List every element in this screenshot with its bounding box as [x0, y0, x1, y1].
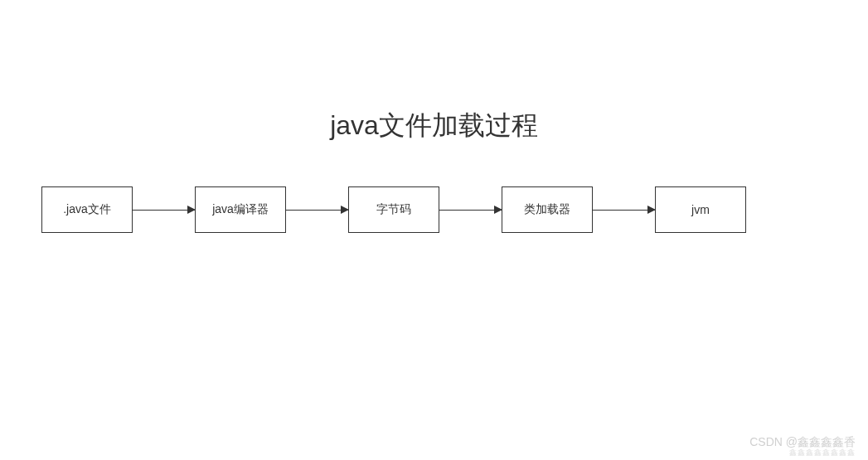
box-java-file: .java文件 [41, 186, 133, 233]
diagram-title: java文件加载过程 [330, 108, 538, 144]
arrow-icon [286, 210, 348, 211]
arrow-icon [593, 210, 655, 211]
box-java-compiler: java编译器 [195, 186, 286, 233]
arrow-icon [439, 210, 502, 211]
box-class-loader: 类加载器 [502, 186, 593, 233]
watermark-sub-text: 鑫鑫鑫鑫鑫鑫鑫鑫 [789, 448, 856, 458]
flow-container: .java文件 java编译器 字节码 类加载器 jvm [41, 186, 746, 233]
box-bytecode: 字节码 [348, 186, 439, 233]
arrow-icon [133, 210, 195, 211]
box-jvm: jvm [655, 186, 746, 233]
